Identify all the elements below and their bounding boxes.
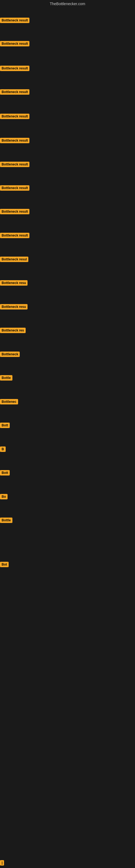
bottleneck-badge-2[interactable]: Bottleneck result xyxy=(0,41,30,46)
bottleneck-badge-6[interactable]: Bottleneck result xyxy=(0,138,30,143)
bottleneck-badge-3[interactable]: Bottleneck result xyxy=(0,66,30,71)
bottleneck-badge-23[interactable]: Bot xyxy=(0,562,9,567)
bottleneck-badge-14[interactable]: Bottleneck res xyxy=(0,328,26,333)
bottleneck-badge-19[interactable]: B xyxy=(0,446,6,452)
bottleneck-badge-22[interactable]: Bottle xyxy=(0,518,12,523)
bottleneck-badge-9[interactable]: Bottleneck result xyxy=(0,209,30,214)
bottleneck-badge-20[interactable]: Bott xyxy=(0,470,10,475)
site-title: TheBottlenecker.com xyxy=(0,0,135,8)
bottleneck-badge-10[interactable]: Bottleneck result xyxy=(0,233,30,238)
bottleneck-badge-8[interactable]: Bottleneck result xyxy=(0,185,30,191)
bottleneck-badge-24[interactable]: | xyxy=(0,860,4,866)
bottleneck-badge-12[interactable]: Bottleneck resu xyxy=(0,280,28,286)
bottleneck-badge-21[interactable]: Bo xyxy=(0,494,8,499)
bottleneck-badge-16[interactable]: Bottle xyxy=(0,375,12,380)
bottleneck-badge-4[interactable]: Bottleneck result xyxy=(0,89,30,95)
site-title-text: TheBottlenecker.com xyxy=(50,2,85,6)
bottleneck-badge-17[interactable]: Bottlenec xyxy=(0,399,18,404)
bottleneck-badge-18[interactable]: Bott xyxy=(0,423,10,428)
bottleneck-badge-15[interactable]: Bottleneck xyxy=(0,351,20,357)
bottleneck-badge-11[interactable]: Bottleneck resul xyxy=(0,257,28,262)
bottleneck-badge-5[interactable]: Bottleneck result xyxy=(0,114,30,119)
bottleneck-badge-13[interactable]: Bottleneck resu xyxy=(0,304,28,310)
bottleneck-badge-1[interactable]: Bottleneck result xyxy=(0,18,30,23)
bottleneck-badge-7[interactable]: Bottleneck result xyxy=(0,162,30,167)
